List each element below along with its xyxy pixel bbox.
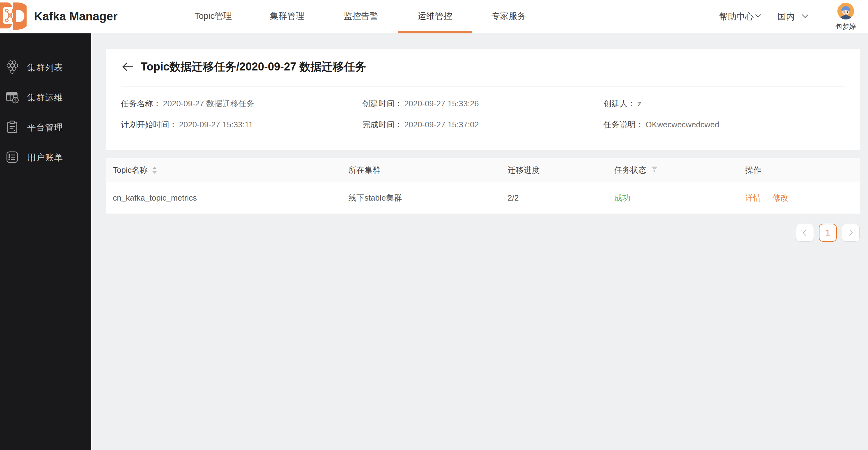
- table-header: Topic名称 所在集群 迁移进度 任务状态: [106, 158, 860, 182]
- field-creator: 创建人：z: [603, 98, 845, 109]
- page-title: Topic数据迁移任务/2020-09-27 数据迁移任务: [141, 59, 366, 74]
- avatar: [837, 3, 854, 21]
- column-actions: 操作: [739, 165, 860, 175]
- detail-link[interactable]: 详情: [745, 193, 762, 203]
- bill-list-icon: [6, 150, 19, 165]
- sidebar-item-platform-management[interactable]: 平台管理: [0, 112, 91, 142]
- cell-cluster: 线下stable集群: [342, 193, 501, 203]
- help-center-menu[interactable]: 帮助中心: [719, 11, 760, 23]
- cell-topic-name: cn_kafka_topic_metrics: [106, 193, 342, 203]
- sort-icon[interactable]: [152, 167, 157, 174]
- field-task-name: 任务名称：2020-09-27 数据迁移任务: [121, 98, 362, 109]
- kafka-logo-icon: [0, 0, 27, 33]
- tab-expert-service[interactable]: 专家服务: [472, 0, 546, 33]
- column-task-status[interactable]: 任务状态: [608, 165, 739, 175]
- title-row: Topic数据迁移任务/2020-09-27 数据迁移任务: [121, 59, 845, 74]
- top-header: Kafka Manager Topic管理 集群管理 监控告警 运维管控 专家服…: [0, 0, 868, 33]
- cell-status: 成功: [608, 193, 739, 203]
- edit-link[interactable]: 修改: [773, 193, 788, 203]
- column-topic-name[interactable]: Topic名称: [106, 165, 342, 175]
- sidebar-item-label: 集群列表: [27, 62, 63, 73]
- tab-monitor-alert[interactable]: 监控告警: [324, 0, 398, 33]
- region-label: 国内: [777, 11, 795, 23]
- sidebar-item-cluster-list[interactable]: 集群列表: [0, 53, 91, 83]
- field-create-time: 创建时间：2020-09-27 15:33:26: [362, 98, 604, 109]
- sidebar-item-user-bill[interactable]: 用户账单: [0, 142, 91, 172]
- header-right: 帮助中心 国内: [719, 2, 868, 31]
- migration-table: Topic名称 所在集群 迁移进度 任务状态: [106, 158, 860, 214]
- main-nav: Topic管理 集群管理 监控告警 运维管控 专家服务: [176, 0, 546, 33]
- region-select[interactable]: 国内: [777, 11, 807, 23]
- page-1-button[interactable]: 1: [819, 224, 837, 242]
- tab-topic-management[interactable]: Topic管理: [176, 0, 250, 33]
- app-title: Kafka Manager: [34, 10, 118, 23]
- next-page-button[interactable]: [842, 224, 860, 242]
- field-task-description: 任务说明：OKwecwecwedcwed: [603, 119, 845, 130]
- task-info-card: Topic数据迁移任务/2020-09-27 数据迁移任务 任务名称：2020-…: [106, 49, 860, 150]
- column-cluster: 所在集群: [342, 165, 501, 175]
- sidebar-item-label: 平台管理: [27, 122, 63, 133]
- divider: [121, 86, 845, 87]
- table-finance-icon: $: [6, 90, 19, 105]
- cell-actions: 详情 修改: [739, 193, 860, 203]
- sidebar: 集群列表 $ 集群运维 平台管理: [0, 33, 91, 450]
- tab-ops-control[interactable]: 运维管控: [398, 0, 472, 33]
- help-center-label: 帮助中心: [719, 11, 754, 23]
- field-planned-start-time: 计划开始时间：2020-09-27 15:33:11: [121, 119, 362, 130]
- chevron-down-icon: [802, 11, 808, 18]
- field-finish-time: 完成时间：2020-09-27 15:37:02: [362, 119, 604, 130]
- user-profile[interactable]: 包梦婷: [831, 2, 861, 31]
- tab-cluster-management[interactable]: 集群管理: [250, 0, 324, 33]
- chevron-right-icon: [847, 230, 853, 236]
- chevron-down-icon: [755, 12, 761, 17]
- cell-progress: 2/2: [501, 193, 608, 203]
- svg-text:$: $: [14, 98, 17, 102]
- username: 包梦婷: [836, 22, 856, 31]
- clipboard-icon: [6, 120, 19, 135]
- pagination: 1: [91, 224, 860, 242]
- task-info-fields: 任务名称：2020-09-27 数据迁移任务 创建时间：2020-09-27 1…: [121, 98, 845, 130]
- main-content: Topic数据迁移任务/2020-09-27 数据迁移任务 任务名称：2020-…: [91, 33, 868, 450]
- sidebar-item-cluster-ops[interactable]: $ 集群运维: [0, 83, 91, 112]
- sidebar-item-label: 用户账单: [27, 152, 63, 163]
- back-button[interactable]: [121, 61, 134, 73]
- filter-funnel-icon[interactable]: [651, 165, 658, 175]
- prev-page-button[interactable]: [796, 224, 814, 242]
- table-row: cn_kafka_topic_metrics 线下stable集群 2/2 成功…: [106, 182, 860, 214]
- chevron-left-icon: [803, 230, 809, 236]
- sidebar-item-label: 集群运维: [27, 92, 63, 103]
- column-progress: 迁移进度: [501, 165, 608, 175]
- honeycomb-cluster-icon: [6, 60, 19, 75]
